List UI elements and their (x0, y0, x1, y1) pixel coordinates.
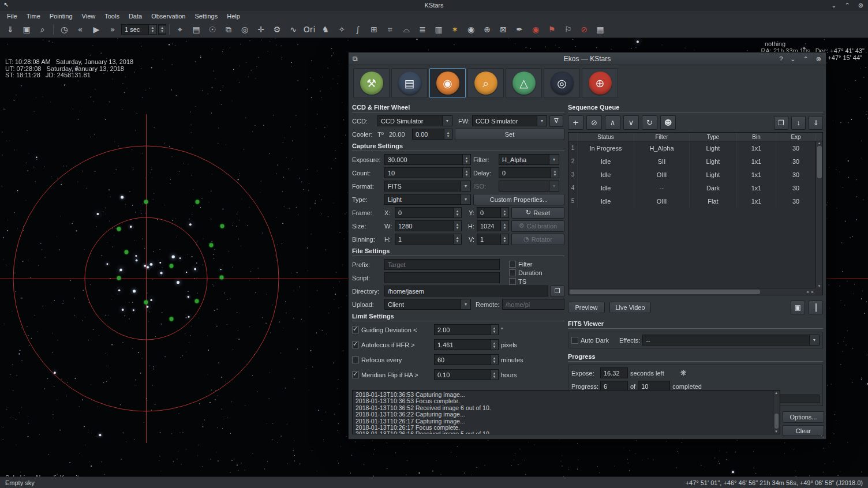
sequence-row[interactable]: 5 Idle OIII Flat 1x1 30 (568, 194, 822, 208)
reset-frame-button[interactable]: ↻ Reset (511, 207, 564, 219)
frame-type-combo[interactable]: Light▾ (384, 194, 471, 205)
preview-button[interactable]: Preview (568, 302, 605, 313)
full-frame-button[interactable]: ▣ (791, 301, 805, 314)
time-unit-spinner[interactable]: ▲▼ (158, 24, 166, 35)
time-step-spin-arrows[interactable]: ▲▼ (148, 25, 156, 34)
sequence-row[interactable]: 3 Idle OIII Light 1x1 30 (568, 168, 822, 181)
limit-checkbox[interactable] (352, 341, 359, 348)
minimize-button[interactable]: ⌄ (831, 2, 836, 9)
download-data-icon[interactable]: ⇓ (3, 22, 18, 36)
frame-x-spinbox[interactable]: 0▲▼ (395, 207, 462, 218)
constellation-art-icon[interactable]: ♞ (318, 22, 333, 36)
table-horizontal-scrollbar[interactable]: ◄► (568, 288, 815, 295)
shade-button[interactable]: ⌄ (790, 55, 795, 63)
deep-sky-objects-icon[interactable]: ≣ (415, 22, 430, 36)
filter-manager-button[interactable]: ∇ (549, 115, 563, 127)
equatorial-grid-icon[interactable]: ⊞ (366, 22, 381, 36)
maximize-button[interactable]: ⌃ (845, 2, 850, 9)
sequence-row[interactable]: 2 Idle SII Light 1x1 30 (568, 155, 822, 168)
frame-y-spinbox[interactable]: 0▲▼ (477, 207, 509, 218)
fits-viewer-icon[interactable]: ▣ (19, 22, 34, 36)
guide-indicator-icon[interactable]: ◉ (528, 22, 543, 36)
ccd-combo[interactable]: CCD Simulator▾ (377, 115, 452, 126)
duration-suffix-checkbox[interactable] (509, 269, 516, 276)
ink-overlay-icon[interactable]: ✒ (512, 22, 527, 36)
custom-properties-button[interactable]: Custom Properties... (473, 194, 564, 205)
upload-mode-combo[interactable]: Client▾ (384, 299, 471, 310)
save-queue-button[interactable]: ↓ (791, 116, 806, 130)
limit-spinbox[interactable]: 60▲▼ (434, 354, 499, 365)
set-time-icon[interactable]: ◷ (57, 22, 72, 36)
filter-combo[interactable]: H_Alpha▾ (499, 154, 559, 165)
format-combo[interactable]: FITS▾ (384, 181, 471, 192)
help-button[interactable]: ? (779, 55, 783, 62)
horizontal-grid-icon[interactable]: ⌗ (383, 22, 398, 36)
supernovae-icon[interactable]: ∿ (286, 22, 301, 36)
count-spinbox[interactable]: 10▲▼ (384, 167, 471, 178)
device-manager-icon[interactable]: ⧉ (221, 22, 236, 36)
tab-capture[interactable]: ◉ (429, 68, 466, 98)
tab-setup[interactable]: ⚒ (353, 68, 390, 98)
directory-input[interactable]: /home/jasem (384, 286, 548, 296)
open-queue-button[interactable]: ❐ (774, 116, 788, 130)
sequence-queue-table[interactable]: Status Filter Type Bin Exp 1 In Progress… (568, 132, 823, 295)
browse-directory-button[interactable]: ❐ (551, 286, 564, 297)
limit-spinbox[interactable]: 1.461▲▼ (434, 339, 499, 350)
add-job-button[interactable]: + (568, 115, 583, 130)
solar-system-icon[interactable]: ☉ (205, 22, 220, 36)
add-flag-icon[interactable]: ⚐ (560, 22, 575, 36)
menu-item[interactable]: Observation (147, 12, 190, 21)
limit-spinbox[interactable]: 2.00▲▼ (434, 324, 499, 335)
sequence-row[interactable]: 1 In Progress H_Alpha Light 1x1 30 (568, 141, 822, 155)
whats-interesting-icon[interactable]: ◉ (463, 22, 478, 36)
asteroids-icon[interactable]: ⚙ (270, 22, 285, 36)
set-temperature-button[interactable]: Set (455, 129, 564, 140)
limit-checkbox[interactable] (352, 326, 359, 333)
constellation-names-icon[interactable]: Ori (302, 22, 317, 36)
size-w-spinbox[interactable]: 1280▲▼ (395, 220, 462, 231)
window-resize-grip[interactable]: ⋱ (819, 433, 824, 438)
tab-align[interactable]: ⊕ (582, 68, 618, 98)
tab-guide[interactable]: ◎ (544, 68, 580, 98)
options-button[interactable]: Options... (783, 411, 824, 423)
filter-suffix-checkbox[interactable] (509, 261, 516, 268)
supernova-alerts-icon[interactable]: ✶ (447, 22, 462, 36)
menu-item[interactable]: File (2, 12, 22, 21)
time-step-back-icon[interactable]: « (73, 22, 88, 36)
abort-slew-icon[interactable]: ⊘ (577, 22, 592, 36)
dome-icon[interactable]: ◎ (237, 22, 252, 36)
auto-dark-checkbox[interactable] (571, 337, 578, 344)
tab-indi[interactable]: ▤ (391, 68, 428, 98)
close-button[interactable]: ⊗ (858, 2, 863, 9)
remove-job-button[interactable]: ⊘ (586, 115, 602, 130)
temperature-setpoint-spinbox[interactable]: 0.00▲▼ (412, 129, 452, 140)
ekos-title-bar[interactable]: ⧉ Ekos — KStars ?⌄⌃⊗ (349, 52, 826, 65)
size-h-spinbox[interactable]: 1024▲▼ (477, 220, 509, 231)
tab-mount[interactable]: △ (506, 68, 542, 98)
effects-combo[interactable]: --▾ (642, 335, 820, 346)
limit-spinbox[interactable]: 0.10▲▼ (434, 369, 499, 380)
constellation-lines-icon[interactable]: ✧ (334, 22, 349, 36)
hips-overlay-icon[interactable]: ▦ (593, 22, 608, 36)
time-step-forward-icon[interactable]: » (105, 22, 120, 36)
horizon-icon[interactable]: ⌓ (399, 22, 414, 36)
observation-flag-icon[interactable]: ⚑ (544, 22, 559, 36)
binning-h-spinbox[interactable]: 1▲▼ (395, 234, 462, 245)
filter-wheel-combo[interactable]: CCD Simulator▾ (472, 115, 547, 126)
menu-item[interactable]: View (77, 12, 100, 21)
find-object-icon[interactable]: ⌕ (35, 22, 50, 36)
splitter-handle[interactable]: ······ (349, 384, 826, 389)
flags-list-icon[interactable]: ▥ (431, 22, 446, 36)
clear-log-button[interactable]: Clear (783, 425, 824, 436)
menu-item[interactable]: Pointing (45, 12, 77, 21)
track-object-icon[interactable]: ⌖ (173, 22, 188, 36)
table-vertical-scrollbar[interactable]: ▲▼ (815, 141, 822, 288)
timestamp-suffix-checkbox[interactable] (509, 278, 516, 285)
time-step-combo[interactable]: 1 sec ▲▼ (121, 24, 157, 35)
sequence-row[interactable]: 4 Idle -- Dark 1x1 30 (568, 181, 822, 194)
menu-item[interactable]: Help (222, 12, 245, 21)
save-queue-as-button[interactable]: ⇓ (809, 116, 823, 130)
sky-snapshot-icon[interactable]: ▤ (189, 22, 204, 36)
close-button[interactable]: ⊗ (816, 55, 821, 63)
milky-way-icon[interactable]: ∫ (350, 22, 365, 36)
